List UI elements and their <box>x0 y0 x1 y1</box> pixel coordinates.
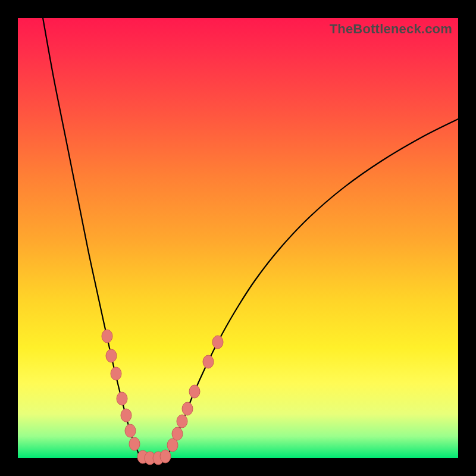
data-marker <box>203 355 214 368</box>
data-marker <box>160 450 171 463</box>
chart-frame: TheBottleneck.com <box>18 18 458 458</box>
bottleneck-plot <box>18 18 458 458</box>
data-marker <box>117 392 127 405</box>
data-marker <box>102 330 112 343</box>
data-marker <box>106 349 117 362</box>
data-marker <box>177 415 187 428</box>
data-marker <box>111 367 121 380</box>
marker-layer <box>102 330 223 465</box>
data-marker <box>125 424 136 437</box>
bottleneck-curve <box>43 18 458 458</box>
data-marker <box>129 437 140 450</box>
data-marker <box>182 402 193 415</box>
data-marker <box>212 336 223 349</box>
data-marker <box>172 427 183 440</box>
data-marker <box>189 385 200 398</box>
data-marker <box>121 409 131 422</box>
